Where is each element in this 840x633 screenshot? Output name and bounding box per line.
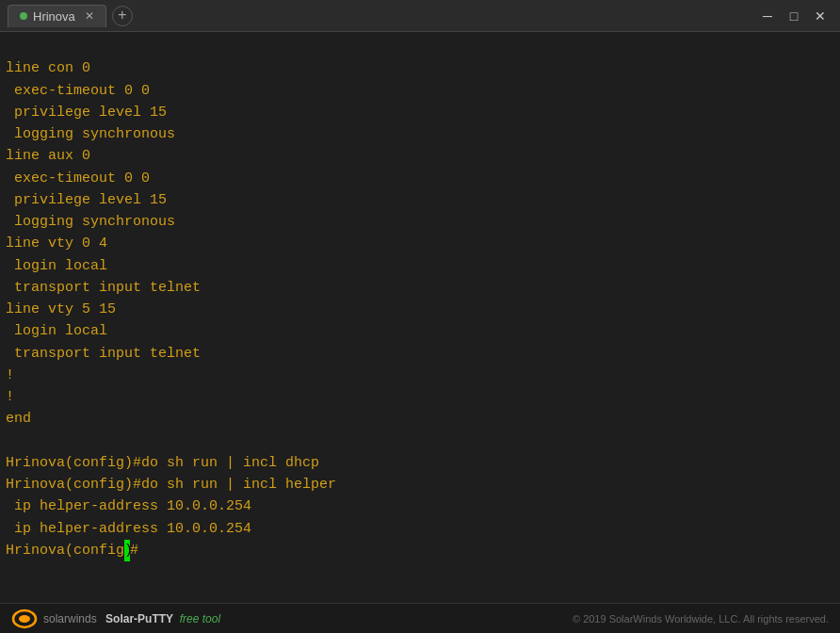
window-controls: ─ □ ✕ [755,4,840,28]
terminal-line: exec-timeout 0 0 [6,170,150,187]
terminal-line: ! [6,367,14,383]
terminal-output[interactable]: line con 0 exec-timeout 0 0 privilege le… [0,32,840,603]
terminal-line: ip helper-address 10.0.0.254 [6,498,251,514]
footer-brand-solar: solarwinds [43,612,97,625]
footer-copyright: © 2019 SolarWinds Worldwide, LLC. All ri… [573,613,829,625]
terminal-cursor-line: Hrinova(config)# [6,543,138,559]
terminal-line: login local [6,258,107,274]
terminal-line: privilege level 15 [6,105,167,121]
terminal-line: privilege level 15 [6,192,167,208]
terminal-line: exec-timeout 0 0 [6,83,150,99]
terminal-line: end [6,411,31,427]
footer-brand-area: solarwinds Solar-PuTTY free tool [11,609,220,629]
terminal-line: logging synchronous [6,214,175,230]
terminal-line: line aux 0 [6,148,90,164]
add-tab-button[interactable]: + [112,6,133,26]
close-button[interactable]: ✕ [808,4,832,28]
terminal-line: login local [6,323,107,339]
footer-free-label: free tool [180,612,220,625]
active-tab[interactable]: Hrinova ✕ [8,5,106,27]
footer-product-name: Solar-PuTTY [105,612,173,625]
terminal-line: transport input telnet [6,346,201,362]
footer: solarwinds Solar-PuTTY free tool © 2019 … [0,603,840,633]
maximize-button[interactable]: □ [782,4,806,28]
terminal-line: ! [6,389,14,405]
terminal-line: ip helper-address 10.0.0.254 [6,521,251,537]
terminal-prompt-line: Hrinova(config)#do sh run | incl helper [6,477,336,493]
footer-product-text: Solar-PuTTY free tool [103,612,220,625]
add-tab-icon: + [118,8,127,24]
terminal-cursor: ) [124,540,130,561]
svg-point-1 [19,615,30,623]
minimize-button[interactable]: ─ [755,4,780,28]
solarwinds-logo-icon [11,609,38,629]
terminal-line: line vty 0 4 [6,235,107,252]
footer-brand-text: solarwinds [43,612,97,625]
terminal-line: line con 0 [6,60,90,76]
terminal-line: logging synchronous [6,126,175,142]
terminal-prompt-line: Hrinova(config)#do sh run | incl dhcp [6,455,319,471]
terminal-line: transport input telnet [6,280,201,296]
tab-status-dot [20,12,27,20]
tab-label: Hrinova [33,9,75,24]
title-bar: Hrinova ✕ + ─ □ ✕ [0,0,840,32]
solarwinds-logo [11,609,38,629]
tab-close-button[interactable]: ✕ [85,9,94,23]
terminal-line: line vty 5 15 [6,301,116,317]
tab-strip: Hrinova ✕ + [0,5,755,27]
